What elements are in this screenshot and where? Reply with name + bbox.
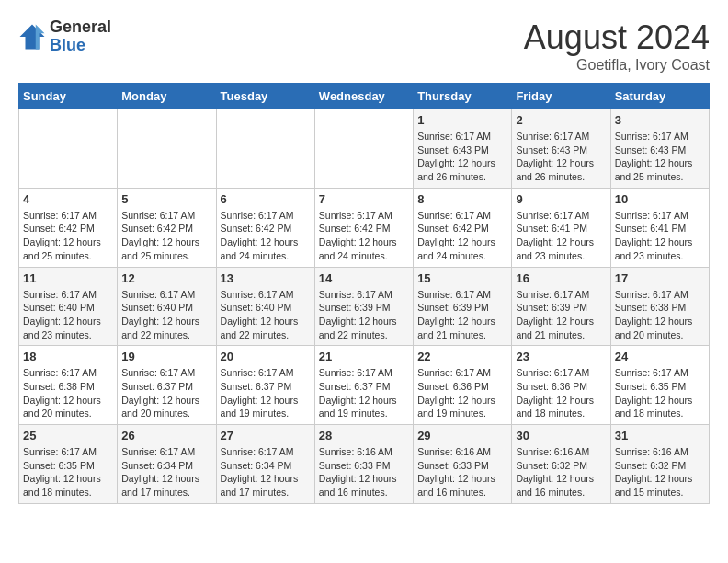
day-info: Sunrise: 6:17 AMSunset: 6:38 PMDaylight:… [615,288,705,342]
day-of-week-header: Monday [118,84,216,109]
calendar-cell: 6Sunrise: 6:17 AMSunset: 6:42 PMDaylight… [216,188,314,267]
day-number: 24 [615,350,705,363]
day-number: 2 [516,113,606,127]
title-area: August 2024 Goetifla, Ivory Coast [524,18,710,74]
day-of-week-header: Tuesday [216,84,314,109]
calendar-week-row: 11Sunrise: 6:17 AMSunset: 6:40 PMDayligh… [19,267,710,346]
calendar-cell: 9Sunrise: 6:17 AMSunset: 6:41 PMDaylight… [512,188,610,267]
day-info: Sunrise: 6:17 AMSunset: 6:43 PMDaylight:… [516,130,606,184]
calendar-cell: 21Sunrise: 6:17 AMSunset: 6:37 PMDayligh… [314,346,413,425]
svg-marker-0 [20,24,45,49]
day-number: 12 [121,271,211,285]
logo-line2: Blue [50,37,111,55]
calendar-cell: 28Sunrise: 6:16 AMSunset: 6:33 PMDayligh… [314,425,413,504]
day-info: Sunrise: 6:17 AMSunset: 6:41 PMDaylight:… [615,209,705,263]
calendar-cell: 8Sunrise: 6:17 AMSunset: 6:42 PMDaylight… [414,188,512,267]
calendar-cell: 11Sunrise: 6:17 AMSunset: 6:40 PMDayligh… [19,267,118,346]
calendar-cell [314,109,413,189]
day-number: 8 [417,192,507,206]
day-number: 14 [319,271,409,285]
calendar-week-row: 18Sunrise: 6:17 AMSunset: 6:38 PMDayligh… [19,346,710,425]
calendar-cell: 15Sunrise: 6:17 AMSunset: 6:39 PMDayligh… [414,267,512,346]
calendar-cell: 5Sunrise: 6:17 AMSunset: 6:42 PMDaylight… [118,188,216,267]
day-info: Sunrise: 6:17 AMSunset: 6:38 PMDaylight:… [23,366,113,420]
day-info: Sunrise: 6:17 AMSunset: 6:42 PMDaylight:… [23,209,113,263]
logo-icon [18,23,46,51]
calendar-cell: 12Sunrise: 6:17 AMSunset: 6:40 PMDayligh… [118,267,216,346]
day-number: 29 [417,429,507,442]
day-number: 28 [319,429,409,442]
calendar-cell: 3Sunrise: 6:17 AMSunset: 6:43 PMDaylight… [610,109,709,189]
day-number: 5 [121,192,211,206]
calendar-cell: 16Sunrise: 6:17 AMSunset: 6:39 PMDayligh… [512,267,610,346]
day-number: 22 [417,350,507,363]
day-info: Sunrise: 6:17 AMSunset: 6:36 PMDaylight:… [516,366,606,420]
day-info: Sunrise: 6:17 AMSunset: 6:35 PMDaylight:… [23,445,113,500]
day-info: Sunrise: 6:17 AMSunset: 6:39 PMDaylight:… [417,288,507,342]
day-info: Sunrise: 6:17 AMSunset: 6:39 PMDaylight:… [516,288,606,342]
location-subtitle: Goetifla, Ivory Coast [524,57,710,74]
day-number: 6 [221,192,311,206]
day-number: 10 [615,192,705,206]
day-number: 3 [615,113,705,127]
day-of-week-header: Sunday [19,84,118,109]
calendar-cell: 13Sunrise: 6:17 AMSunset: 6:40 PMDayligh… [216,267,314,346]
day-number: 20 [221,350,311,363]
day-info: Sunrise: 6:17 AMSunset: 6:42 PMDaylight:… [221,209,311,263]
calendar-cell: 30Sunrise: 6:16 AMSunset: 6:32 PMDayligh… [512,425,610,504]
day-number: 7 [319,192,409,206]
day-info: Sunrise: 6:16 AMSunset: 6:33 PMDaylight:… [417,445,507,500]
day-number: 23 [516,350,606,363]
day-info: Sunrise: 6:17 AMSunset: 6:42 PMDaylight:… [121,209,211,263]
header: General Blue August 2024 Goetifla, Ivory… [18,18,710,74]
day-number: 19 [121,350,211,363]
calendar-cell: 22Sunrise: 6:17 AMSunset: 6:36 PMDayligh… [414,346,512,425]
day-number: 15 [417,271,507,285]
day-number: 21 [319,350,409,363]
day-info: Sunrise: 6:17 AMSunset: 6:36 PMDaylight:… [417,366,507,420]
day-info: Sunrise: 6:17 AMSunset: 6:43 PMDaylight:… [615,130,705,184]
day-of-week-header: Saturday [610,84,709,109]
day-info: Sunrise: 6:17 AMSunset: 6:43 PMDaylight:… [417,130,507,184]
day-number: 13 [221,271,311,285]
calendar-cell: 17Sunrise: 6:17 AMSunset: 6:38 PMDayligh… [610,267,709,346]
calendar-cell: 26Sunrise: 6:17 AMSunset: 6:34 PMDayligh… [118,425,216,504]
day-info: Sunrise: 6:17 AMSunset: 6:42 PMDaylight:… [319,209,409,263]
calendar-cell: 10Sunrise: 6:17 AMSunset: 6:41 PMDayligh… [610,188,709,267]
day-number: 16 [516,271,606,285]
day-number: 25 [23,429,113,442]
calendar-header-row: SundayMondayTuesdayWednesdayThursdayFrid… [19,84,710,109]
calendar-cell: 1Sunrise: 6:17 AMSunset: 6:43 PMDaylight… [414,109,512,189]
calendar-cell [216,109,314,189]
calendar-cell: 31Sunrise: 6:16 AMSunset: 6:32 PMDayligh… [610,425,709,504]
day-number: 26 [121,429,211,442]
day-info: Sunrise: 6:17 AMSunset: 6:37 PMDaylight:… [121,366,211,420]
calendar-cell [19,109,118,189]
day-info: Sunrise: 6:16 AMSunset: 6:32 PMDaylight:… [516,445,606,500]
calendar-cell: 4Sunrise: 6:17 AMSunset: 6:42 PMDaylight… [19,188,118,267]
day-number: 18 [23,350,113,363]
calendar-week-row: 25Sunrise: 6:17 AMSunset: 6:35 PMDayligh… [19,425,710,504]
day-info: Sunrise: 6:17 AMSunset: 6:40 PMDaylight:… [121,288,211,342]
calendar-cell: 19Sunrise: 6:17 AMSunset: 6:37 PMDayligh… [118,346,216,425]
day-number: 27 [221,429,311,442]
calendar-cell: 29Sunrise: 6:16 AMSunset: 6:33 PMDayligh… [414,425,512,504]
day-info: Sunrise: 6:17 AMSunset: 6:40 PMDaylight:… [221,288,311,342]
calendar-week-row: 1Sunrise: 6:17 AMSunset: 6:43 PMDaylight… [19,109,710,189]
calendar-week-row: 4Sunrise: 6:17 AMSunset: 6:42 PMDaylight… [19,188,710,267]
day-of-week-header: Thursday [414,84,512,109]
month-title: August 2024 [524,18,710,57]
calendar-cell: 23Sunrise: 6:17 AMSunset: 6:36 PMDayligh… [512,346,610,425]
day-of-week-header: Wednesday [314,84,413,109]
calendar-cell [118,109,216,189]
day-info: Sunrise: 6:16 AMSunset: 6:32 PMDaylight:… [615,445,705,500]
day-info: Sunrise: 6:17 AMSunset: 6:37 PMDaylight:… [221,366,311,420]
day-info: Sunrise: 6:17 AMSunset: 6:34 PMDaylight:… [221,445,311,500]
day-info: Sunrise: 6:16 AMSunset: 6:33 PMDaylight:… [319,445,409,500]
day-info: Sunrise: 6:17 AMSunset: 6:35 PMDaylight:… [615,366,705,420]
day-number: 11 [23,271,113,285]
calendar-cell: 14Sunrise: 6:17 AMSunset: 6:39 PMDayligh… [314,267,413,346]
calendar-cell: 20Sunrise: 6:17 AMSunset: 6:37 PMDayligh… [216,346,314,425]
calendar-cell: 7Sunrise: 6:17 AMSunset: 6:42 PMDaylight… [314,188,413,267]
calendar-cell: 2Sunrise: 6:17 AMSunset: 6:43 PMDaylight… [512,109,610,189]
